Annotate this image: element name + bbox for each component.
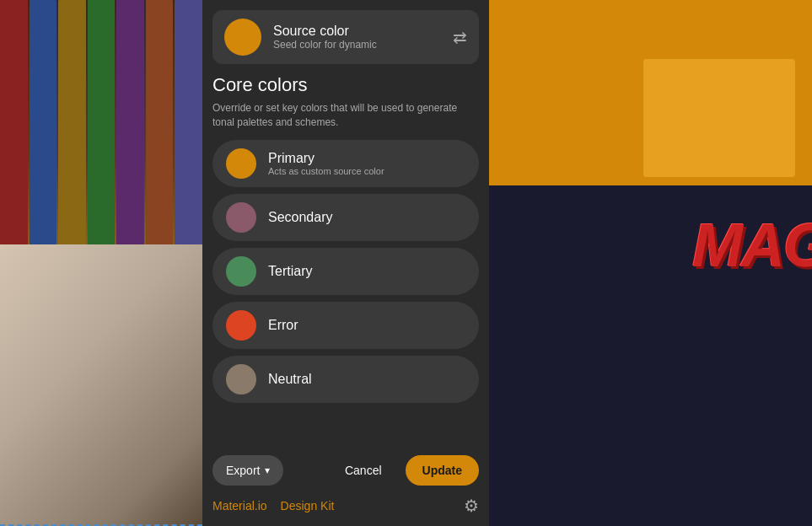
mag-text: MAG [692,211,812,280]
export-label: Export [226,464,260,477]
neutral-color-label: Neutral [268,372,312,387]
book-spine [58,0,86,244]
source-color-info: Source color Seed color for dynamic [273,24,441,51]
source-color-swatch [224,19,261,56]
bg-bottom-left [0,244,202,526]
secondary-color-row[interactable]: Secondary [212,194,479,241]
tertiary-color-row[interactable]: Tertiary [212,248,479,295]
primary-color-swatch [226,148,256,179]
book-spine [146,0,174,244]
source-color-row[interactable]: Source color Seed color for dynamic ⇄ [212,10,479,64]
neutral-color-row[interactable]: Neutral [212,356,479,403]
core-colors-section: Core colors Override or set key colors t… [202,71,489,447]
secondary-color-label: Secondary [268,210,333,225]
tertiary-color-label: Tertiary [268,264,312,279]
update-button[interactable]: Update [406,455,479,486]
book-spine [175,0,202,244]
primary-color-label: Primary [268,151,384,166]
error-color-row[interactable]: Error [212,302,479,349]
source-color-subtitle: Seed color for dynamic [273,39,441,51]
button-row: Export ▾ Cancel Update [212,455,479,486]
main-panel: Source color Seed color for dynamic ⇄ Co… [202,0,489,526]
book-spine [30,0,57,244]
cancel-button[interactable]: Cancel [328,455,399,486]
export-button[interactable]: Export ▾ [212,455,283,486]
source-color-title: Source color [273,24,441,39]
book-spines [0,0,202,244]
core-colors-description: Override or set key colors that will be … [212,101,479,130]
links-row: Material.io Design Kit ⚙ [212,496,479,516]
book-spine [0,0,28,244]
design-kit-link[interactable]: Design Kit [281,499,335,513]
secondary-color-swatch [226,202,256,233]
error-color-label: Error [268,318,298,333]
chevron-down-icon: ▾ [265,464,270,476]
book-spine [88,0,116,244]
bottom-bar: Export ▾ Cancel Update Material.io Desig… [202,447,489,526]
bg-left-panel [0,0,202,526]
core-colors-title: Core colors [212,74,479,96]
tertiary-color-swatch [226,256,256,287]
neutral-color-swatch [226,364,256,394]
gear-icon[interactable]: ⚙ [464,496,479,516]
error-color-swatch [226,310,256,341]
primary-color-sublabel: Acts as custom source color [268,166,384,176]
primary-color-row[interactable]: Primary Acts as custom source color [212,140,479,187]
book-spine [116,0,144,244]
shuffle-icon[interactable]: ⇄ [453,27,467,47]
primary-color-info: Primary Acts as custom source color [268,151,384,176]
material-io-link[interactable]: Material.io [212,499,267,513]
